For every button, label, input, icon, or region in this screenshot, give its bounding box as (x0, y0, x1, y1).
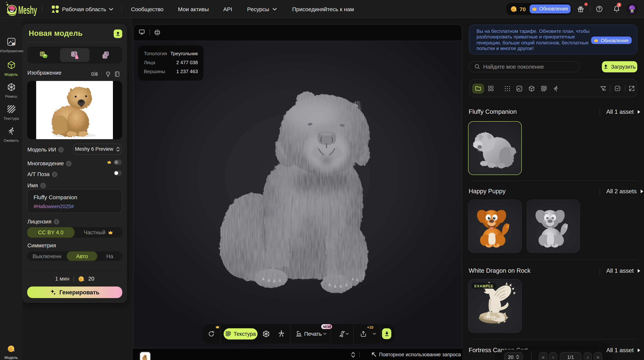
svg-text:AI: AI (12, 42, 15, 46)
